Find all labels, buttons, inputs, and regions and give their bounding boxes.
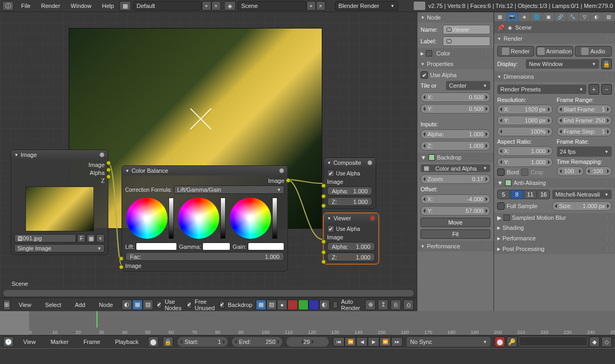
copy-icon[interactable]: ⎘ bbox=[390, 300, 401, 310]
layout-dropdown[interactable]: Default bbox=[133, 1, 202, 11]
current-frame-input[interactable]: 29 bbox=[286, 337, 329, 347]
ne-menu-select[interactable]: Select bbox=[40, 300, 67, 310]
filter-size-field[interactable]: Size:1.000 px bbox=[552, 201, 612, 211]
channel-r-icon[interactable] bbox=[287, 300, 298, 310]
jump-end-icon[interactable]: ⏭ bbox=[391, 337, 403, 347]
node-label-input[interactable]: 🖵 bbox=[443, 36, 490, 46]
border-check[interactable] bbox=[497, 169, 505, 176]
lift-swatch[interactable] bbox=[136, 242, 177, 250]
tree-type-texture-icon[interactable]: ▨ bbox=[143, 300, 153, 310]
menu-file[interactable]: File bbox=[16, 1, 36, 11]
editor-type-icon[interactable]: ⓘ bbox=[2, 1, 14, 11]
ne-menu-node[interactable]: Node bbox=[94, 300, 118, 310]
tl-menu-marker[interactable]: Marker bbox=[45, 337, 74, 347]
gamma-wheel[interactable] bbox=[178, 198, 219, 239]
layout-browse-icon[interactable]: ▦ bbox=[119, 1, 131, 11]
keyframe-next-icon[interactable]: ⏩ bbox=[379, 337, 391, 347]
keyset-dropdown[interactable] bbox=[519, 337, 588, 346]
viewer-image-socket[interactable]: Image bbox=[327, 234, 343, 240]
composite-image-socket[interactable]: Image bbox=[327, 179, 343, 185]
node-name-input[interactable]: 🖵 Viewer bbox=[443, 25, 490, 34]
editor-type-selector[interactable]: ⊞ bbox=[3, 300, 11, 310]
display-mode-dropdown[interactable]: New Window▼ bbox=[526, 59, 599, 69]
image-open-icon[interactable]: ▦ bbox=[87, 234, 95, 242]
res-pct-field[interactable]: 100% bbox=[497, 127, 553, 136]
aa-8-btn[interactable]: 8 bbox=[510, 190, 523, 199]
image-unlink-icon[interactable]: × bbox=[96, 234, 105, 242]
channel-g-icon[interactable] bbox=[298, 300, 309, 310]
scene-browse-icon[interactable]: ◈ bbox=[224, 1, 236, 11]
backdrop-check[interactable] bbox=[219, 301, 225, 309]
aspect-x-field[interactable]: X:1.000 bbox=[497, 146, 553, 156]
composite-z-field[interactable]: Z:1.000 bbox=[327, 197, 372, 206]
prop-y-field[interactable]: Y:0.500 bbox=[421, 104, 490, 114]
autokey-record-icon[interactable]: ⬤ bbox=[495, 337, 505, 347]
composite-use-alpha-check[interactable] bbox=[327, 170, 334, 177]
correction-formula-dropdown[interactable]: Lift/Gamma/Gain▼ bbox=[174, 185, 284, 194]
zoom-field[interactable]: Zoom:0.17 bbox=[421, 174, 490, 184]
aa-16-btn[interactable]: 16 bbox=[537, 190, 550, 199]
free-unused-check[interactable] bbox=[187, 301, 192, 309]
sync-mode-dropdown[interactable]: No Sync▼ bbox=[407, 337, 490, 347]
gain-wheel[interactable] bbox=[230, 198, 271, 239]
fps-dropdown[interactable]: 24 fps▼ bbox=[557, 146, 612, 157]
socket-z[interactable]: Z bbox=[101, 178, 105, 184]
render-engine-dropdown[interactable]: Blender Render▼ bbox=[335, 1, 398, 11]
node-color-balance[interactable]: ▼Color Balance Image Correction Formula:… bbox=[122, 165, 288, 272]
res-y-field[interactable]: Y:1080 px bbox=[497, 116, 553, 125]
fake-user-btn[interactable]: F bbox=[77, 234, 86, 242]
ne-menu-add[interactable]: Add bbox=[70, 300, 91, 310]
play-icon[interactable]: ▶ bbox=[368, 337, 379, 347]
node-image[interactable]: ▼Image Image Alpha Z 🖼 091.jpg F ▦ × Sin… bbox=[11, 150, 108, 255]
render-button[interactable]: Render bbox=[497, 46, 534, 57]
menu-help[interactable]: Help bbox=[97, 1, 119, 11]
auto-render-check[interactable] bbox=[333, 301, 338, 309]
panel-use-alpha-check[interactable] bbox=[421, 71, 428, 79]
viewer-z-field[interactable]: Z:1.000 bbox=[327, 253, 375, 262]
tl-menu-playback[interactable]: Playback bbox=[110, 337, 144, 347]
preset-add-icon[interactable]: + bbox=[589, 84, 599, 95]
socket-in-image[interactable]: Image bbox=[125, 263, 142, 269]
res-x-field[interactable]: X:1920 px bbox=[497, 105, 553, 114]
aa-filter-dropdown[interactable]: Mitchell-Netravali▼ bbox=[552, 190, 612, 199]
paste-icon[interactable]: ⎙ bbox=[403, 300, 414, 310]
properties-tabs[interactable]: ▦📷◈🌐▣🔗🔧▽◐▨ bbox=[494, 12, 615, 22]
end-frame-input[interactable]: End:250 bbox=[232, 337, 282, 347]
frame-step-field[interactable]: Frame Step:1 bbox=[557, 127, 612, 136]
crop-check[interactable] bbox=[521, 169, 528, 176]
tile-order-dropdown[interactable]: Center▼ bbox=[446, 81, 490, 90]
node-viewer[interactable]: ▼Viewer Use Alpha Image Alpha:1.000 Z:1.… bbox=[323, 213, 379, 264]
keyframe-insert-icon[interactable]: ◆ bbox=[589, 337, 600, 347]
offset-y-field[interactable]: Y:57.000 bbox=[421, 206, 490, 216]
animation-button[interactable]: Animation bbox=[536, 46, 573, 57]
input-z-field[interactable]: Z:1.000 bbox=[421, 141, 490, 151]
scene-dropdown[interactable]: Scene bbox=[238, 1, 306, 11]
keyframe-delete-icon[interactable]: ◇ bbox=[601, 337, 612, 347]
preset-remove-icon[interactable]: − bbox=[601, 84, 612, 95]
remap-new-field[interactable]: :100 bbox=[585, 166, 612, 176]
lock-icon[interactable]: 🔒 bbox=[163, 337, 173, 347]
display-lock-icon[interactable]: 🔒 bbox=[601, 59, 612, 69]
layout-del-btn[interactable]: × bbox=[211, 1, 221, 11]
channel-alpha-icon[interactable]: ● bbox=[277, 300, 287, 310]
record-icon[interactable]: ⬤ bbox=[148, 337, 159, 347]
input-alpha-field[interactable]: Alpha:1.000 bbox=[421, 129, 490, 139]
image-source-dropdown[interactable]: Single Image▼ bbox=[14, 244, 105, 253]
timeline-editor[interactable]: 0102030405060708090100110120130140150160… bbox=[0, 311, 615, 349]
timeline-editor-type-icon[interactable]: 🕐 bbox=[3, 337, 14, 347]
node-composite[interactable]: ▼Composite Use Alpha Image Alpha:1.000 Z… bbox=[323, 157, 376, 209]
prop-x-field[interactable]: X:0.500 bbox=[421, 92, 490, 102]
tl-menu-view[interactable]: View bbox=[18, 337, 41, 347]
viewer-use-alpha-check[interactable] bbox=[327, 225, 334, 232]
keyframe-prev-icon[interactable]: ⏪ bbox=[344, 337, 356, 347]
start-frame-field[interactable]: Start Frame:1 bbox=[557, 105, 612, 114]
keyset-icon[interactable]: 🔑 bbox=[507, 337, 517, 347]
composite-alpha-field[interactable]: Alpha:1.000 bbox=[327, 186, 372, 195]
lift-wheel[interactable] bbox=[126, 198, 167, 239]
snap-type-icon[interactable]: ↥ bbox=[378, 300, 388, 310]
snap-icon[interactable]: ⊕ bbox=[365, 300, 376, 310]
gain-swatch[interactable] bbox=[248, 242, 284, 250]
tree-type-shader-icon[interactable]: ◐ bbox=[122, 300, 132, 310]
playhead[interactable] bbox=[97, 311, 97, 328]
offset-x-field[interactable]: X:-4.000 bbox=[421, 194, 490, 204]
